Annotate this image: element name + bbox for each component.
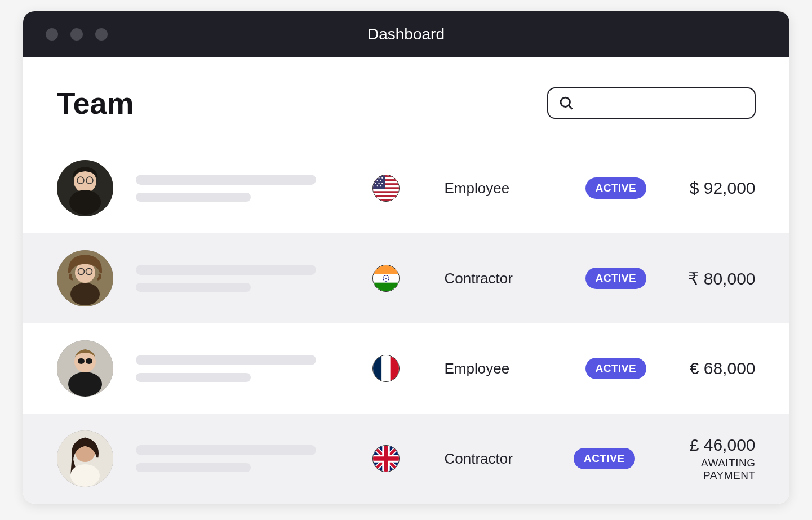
skeleton-line bbox=[136, 445, 316, 455]
svg-point-27 bbox=[70, 283, 100, 305]
team-row[interactable]: Employee ACTIVE $ 92,000 bbox=[23, 143, 789, 233]
close-window-button[interactable] bbox=[46, 28, 58, 41]
page-header: Team bbox=[23, 57, 789, 143]
svg-point-18 bbox=[376, 180, 378, 181]
salary-amount: $ 92,000 bbox=[690, 179, 756, 198]
svg-point-45 bbox=[70, 464, 100, 487]
content-area: Team bbox=[23, 57, 789, 504]
svg-point-4 bbox=[69, 190, 101, 215]
role-label: Employee bbox=[445, 180, 552, 197]
status-badge: ACTIVE bbox=[585, 177, 647, 199]
svg-line-1 bbox=[569, 105, 572, 109]
svg-point-22 bbox=[381, 183, 383, 184]
skeleton-line bbox=[136, 463, 251, 472]
avatar bbox=[57, 160, 113, 216]
salary-status: AWAITING PAYMENT bbox=[658, 457, 756, 482]
svg-point-38 bbox=[78, 358, 85, 364]
team-row[interactable]: Employee ACTIVE € 68,000 bbox=[23, 323, 789, 414]
svg-point-23 bbox=[376, 185, 378, 186]
svg-point-15 bbox=[375, 177, 376, 179]
name-placeholder bbox=[136, 445, 316, 472]
svg-point-16 bbox=[378, 177, 379, 179]
flag-uk-icon bbox=[372, 445, 400, 472]
salary-block: $ 92,000 bbox=[690, 179, 756, 198]
maximize-window-button[interactable] bbox=[95, 28, 108, 41]
search-input[interactable] bbox=[580, 97, 744, 109]
svg-point-34 bbox=[385, 278, 387, 279]
svg-point-39 bbox=[86, 358, 92, 364]
status-badge: ACTIVE bbox=[585, 268, 647, 289]
svg-rect-41 bbox=[381, 355, 390, 381]
svg-rect-40 bbox=[373, 355, 381, 381]
svg-point-37 bbox=[68, 372, 102, 397]
team-row[interactable]: Contractor ACTIVE ₹ 80,000 bbox=[23, 233, 789, 323]
flag-usa-icon bbox=[372, 175, 400, 202]
minimize-window-button[interactable] bbox=[70, 28, 83, 41]
window-title: Dashboard bbox=[367, 25, 445, 43]
search-icon bbox=[558, 95, 574, 111]
salary-block: £ 46,000 AWAITING PAYMENT bbox=[658, 435, 756, 482]
app-window: Dashboard Team bbox=[23, 11, 789, 504]
page-title: Team bbox=[57, 86, 134, 121]
skeleton-line bbox=[136, 265, 316, 275]
svg-point-20 bbox=[375, 183, 376, 184]
svg-point-24 bbox=[380, 185, 381, 186]
role-label: Employee bbox=[445, 360, 552, 377]
role-label: Contractor bbox=[445, 270, 552, 287]
svg-point-17 bbox=[381, 177, 383, 179]
svg-rect-30 bbox=[373, 265, 399, 274]
team-list: Employee ACTIVE $ 92,000 bbox=[23, 143, 789, 504]
status-badge: ACTIVE bbox=[574, 448, 635, 469]
titlebar: Dashboard bbox=[23, 11, 789, 57]
svg-rect-42 bbox=[390, 355, 398, 381]
avatar bbox=[57, 430, 113, 487]
name-placeholder bbox=[136, 265, 316, 292]
role-label: Contractor bbox=[445, 450, 540, 468]
salary-amount: € 68,000 bbox=[690, 359, 756, 378]
skeleton-line bbox=[136, 283, 251, 292]
svg-rect-32 bbox=[373, 283, 399, 291]
flag-france-icon bbox=[372, 355, 400, 382]
avatar bbox=[57, 340, 113, 397]
name-placeholder bbox=[136, 355, 316, 382]
team-row[interactable]: Contractor ACTIVE £ 46,000 AWAITING PAYM… bbox=[23, 414, 789, 504]
skeleton-line bbox=[136, 175, 316, 185]
svg-rect-13 bbox=[373, 197, 399, 199]
avatar bbox=[57, 250, 113, 306]
svg-point-21 bbox=[378, 183, 379, 184]
svg-rect-11 bbox=[373, 189, 399, 192]
svg-point-19 bbox=[380, 180, 381, 181]
search-box[interactable] bbox=[547, 87, 756, 119]
salary-block: ₹ 80,000 bbox=[688, 269, 755, 288]
svg-point-0 bbox=[561, 97, 570, 106]
salary-block: € 68,000 bbox=[690, 359, 756, 378]
svg-rect-12 bbox=[373, 193, 399, 195]
skeleton-line bbox=[136, 355, 316, 365]
name-placeholder bbox=[136, 175, 316, 202]
traffic-lights bbox=[46, 28, 108, 41]
salary-amount: £ 46,000 bbox=[658, 435, 756, 455]
skeleton-line bbox=[136, 373, 251, 382]
flag-india-icon bbox=[372, 265, 400, 292]
status-badge: ACTIVE bbox=[585, 358, 647, 379]
skeleton-line bbox=[136, 193, 251, 202]
salary-amount: ₹ 80,000 bbox=[688, 269, 755, 288]
